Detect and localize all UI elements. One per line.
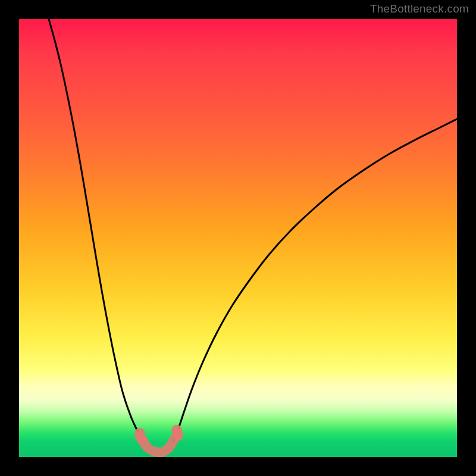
trough-lobe [136, 434, 147, 444]
watermark-text: TheBottleneck.com [370, 2, 469, 15]
plot-area [19, 19, 457, 457]
trough-lobe [173, 430, 183, 441]
curve-left-branch [49, 19, 146, 441]
curves-svg [19, 19, 457, 457]
curve-right-branch [173, 119, 457, 441]
outer-frame: TheBottleneck.com [0, 0, 476, 476]
